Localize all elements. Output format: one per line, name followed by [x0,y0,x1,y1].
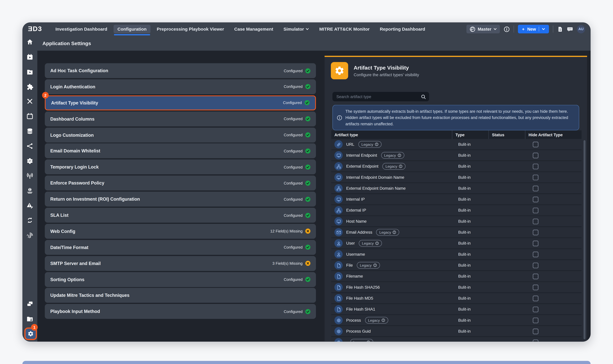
artifact-type: Bulit-in [455,241,471,245]
sync-icon[interactable] [26,217,33,224]
table-row[interactable]: Process Legacy Bulit-in [331,315,582,326]
home-icon[interactable] [26,39,33,46]
hide-artifact-checkbox[interactable] [533,153,538,158]
hide-artifact-checkbox[interactable] [533,219,538,224]
data-management-icon[interactable] [26,128,33,135]
hide-artifact-checkbox[interactable] [533,296,538,301]
settings-list-item[interactable]: Date/Time Format Configured [45,240,316,255]
hide-artifact-checkbox[interactable] [533,175,538,180]
table-row[interactable]: Email Address Legacy Bulit-in [331,227,582,238]
settings-item-status: Configured [284,116,310,121]
document-icon[interactable] [557,26,563,32]
settings-list-item[interactable]: Artifact Type Visibility Configured 2 [45,95,316,110]
incident-report-icon[interactable] [26,202,33,209]
table-row[interactable]: Username Bulit-in [331,249,582,260]
event-calendar-icon[interactable] [26,113,33,120]
settings-item-status: Configured [284,309,310,314]
settings-list-item[interactable]: SLA List Configured [45,208,316,223]
connections-icon[interactable] [26,143,33,150]
table-row[interactable]: Internal IP Bulit-in [331,194,582,205]
settings-list-item[interactable]: Enforce Password Policy Configured [45,176,316,191]
hide-artifact-checkbox[interactable] [533,252,538,257]
utilities-icon[interactable] [26,98,33,105]
fingerprint-icon[interactable] [26,232,33,239]
table-row[interactable]: External Endpoint Domain Name Bulit-in [331,183,582,194]
chat-icon[interactable] [567,26,573,32]
settings-list-item[interactable]: SMTP Server and Email 3 Field(s) Missing [45,256,316,271]
legacy-badge: Legacy [350,339,373,342]
web-portal-icon[interactable] [26,187,33,194]
case-files-icon[interactable] [26,315,33,322]
settings-item-label: SLA List [50,213,68,218]
table-row[interactable]: Internal Endpoint Legacy Bulit-in [331,150,582,161]
table-row[interactable]: Process Guid Bulit-in [331,326,582,337]
environment-selector[interactable]: Master [466,25,500,33]
settings-list-item[interactable]: Logo Customization Configured [45,127,316,142]
api-icon[interactable]: API [26,157,33,165]
hide-artifact-checkbox[interactable] [533,285,538,290]
settings-list-item[interactable]: Email Domain Whitelist Configured [45,143,316,158]
hide-artifact-checkbox[interactable] [533,328,538,334]
tab-simulator[interactable]: Simulator [280,25,313,33]
hide-artifact-checkbox[interactable] [533,185,538,191]
table-row[interactable]: URL Legacy Bulit-in [331,139,582,150]
settings-list-item[interactable]: Return on Investment (ROI) Configuration… [45,192,316,207]
settings-item-label: Email Domain Whitelist [50,149,100,153]
settings-list-item[interactable]: Dashboard Columns Configured [45,111,316,126]
hide-artifact-checkbox[interactable] [533,306,538,312]
artifact-name: File Hash SHA1 [346,307,375,311]
person-icon [334,250,343,259]
settings-item-label: Dashboard Columns [50,117,94,121]
settings-item-status: Configured [284,84,310,89]
info-icon[interactable] [504,26,510,32]
hide-artifact-checkbox[interactable] [533,262,538,268]
hide-artifact-checkbox[interactable] [533,339,538,342]
hide-artifact-checkbox[interactable] [533,318,538,323]
table-row[interactable]: File Hash SHA256 Bulit-in [331,282,582,293]
broadcast-icon[interactable] [26,172,33,179]
settings-list-item[interactable]: Login Authentication Configured [45,79,316,94]
hide-artifact-checkbox[interactable] [533,240,538,246]
tab-mitre-att-ck-monitor[interactable]: MITRE ATT&CK Monitor [315,25,373,33]
hide-artifact-checkbox[interactable] [533,208,538,213]
windows-icon[interactable] [26,300,33,308]
settings-list-item[interactable]: Ad Hoc Task Configuration Configured [45,63,316,78]
hide-artifact-checkbox[interactable] [533,164,538,169]
table-row[interactable]: File Legacy Bulit-in [331,260,582,271]
playbook-viewer-icon[interactable] [26,68,33,75]
hide-artifact-checkbox[interactable] [533,273,538,279]
settings-list-item[interactable]: Playbook Input Method Configured [45,304,316,319]
search-input[interactable] [333,94,421,99]
settings-list-item[interactable]: Web Config 12 Field(s) Missing [45,224,316,239]
table-scrollbar[interactable] [584,140,586,339]
table-row[interactable]: Internal Endpoint Domain Name Bulit-in [331,172,582,183]
new-button[interactable]: + New [518,25,549,33]
hide-artifact-checkbox[interactable] [533,230,538,235]
hide-artifact-checkbox[interactable] [533,142,538,147]
table-row[interactable]: Legacy [331,337,582,342]
table-row[interactable]: Filename Bulit-in [331,271,582,282]
table-row[interactable]: User Legacy Bulit-in [331,238,582,249]
settings-list-item[interactable]: Temporary Login Lock Configured [45,159,316,174]
table-row[interactable]: File Hash SHA1 Bulit-in [331,304,582,315]
tab-investigation-dashboard[interactable]: Investigation Dashboard [52,25,111,33]
tab-preprocessing-playbook-viewer[interactable]: Preprocessing Playbook Viewer [153,25,228,33]
hide-artifact-checkbox[interactable] [533,196,538,202]
monitor-icon [334,173,343,182]
settings-list-item[interactable]: Sorting Options Configured [45,272,316,287]
scheduled-playbooks-icon[interactable] [26,53,33,61]
tab-case-management[interactable]: Case Management [230,25,277,33]
tab-reporting-dashboard[interactable]: Reporting Dashboard [376,25,429,33]
tab-configuration[interactable]: Configuration [114,25,151,33]
settings-list-item[interactable]: Update Mitre Tactics and Techniques [45,288,316,303]
table-row[interactable]: External IP Bulit-in [331,205,582,216]
legacy-badge: Legacy [359,240,382,247]
search-icon[interactable] [421,94,426,99]
table-row[interactable]: File Hash MD5 Bulit-in [331,293,582,304]
avatar[interactable]: AU [577,25,585,33]
table-row[interactable]: External Endpoint Legacy Bulit-in [331,161,582,172]
settings-item-status: Configured [283,100,310,105]
table-row[interactable]: Host Name Bulit-in [331,216,582,227]
integrations-icon[interactable] [26,83,33,90]
artifact-type: Bulit-in [455,142,471,146]
